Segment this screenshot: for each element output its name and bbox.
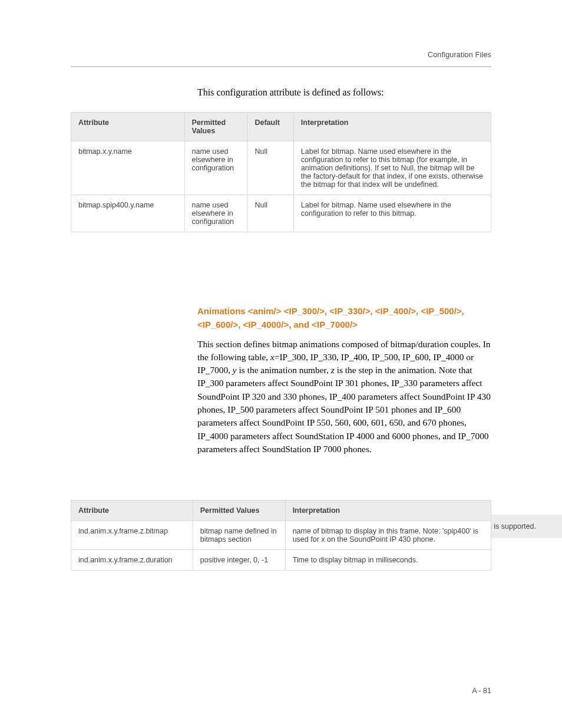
intro-text: This configuration attribute is defined … [197,85,491,99]
table2-r2c1: ind.anim.x.y.frame.z.duration [71,550,193,571]
table-row: ind.anim.x.y.frame.z.bitmap bitmap name … [71,521,491,550]
table1-r1c4: Label for bitmap. Name used elsewhere in… [293,141,491,195]
running-header: Configuration Files [428,51,491,59]
animation-attribute-table: Attribute Permitted Values Interpretatio… [71,500,491,571]
header-rule [71,66,491,67]
body-var-x: x [270,352,275,362]
table1-r1c1: bitmap.x.y.name [71,141,185,195]
table1-r2c3: Null [247,195,293,232]
table1-r2c2: name used elsewhere in configuration [184,195,247,232]
table1-r2c1: bitmap.spip400.y.name [71,195,185,232]
config-attribute-table: Attribute Permitted Values Default Inter… [71,112,491,232]
table-row: bitmap.x.y.name name used elsewhere in c… [71,141,491,195]
table2-r2c3: Time to display bitmap in milliseconds. [285,550,491,571]
body-part-4: is the animation number, [237,365,331,375]
table2-head-attribute: Attribute [71,500,193,521]
table2-r1c3: name of bitmap to display in this frame.… [285,521,491,550]
table1-head-attribute: Attribute [71,113,185,141]
table1-r1c3: Null [247,141,293,195]
table2-head-permitted: Permitted Values [193,500,285,521]
table2-r1c2: bitmap name defined in bitmaps section [193,521,285,550]
section-heading-animations: Animations <anim/> <IP_300/>, <IP_330/>,… [197,304,491,332]
table1-head-interpretation: Interpretation [293,113,491,141]
body-var-y: y [233,365,237,375]
body-part-6: is the step in the animation. Note that … [197,365,491,454]
section-body: This section defines bitmap animations c… [197,338,491,456]
table2-r1c1: ind.anim.x.y.frame.z.bitmap [71,521,193,550]
table-row: ind.anim.x.y.frame.z.duration positive i… [71,550,491,571]
table1-head-default: Default [247,113,293,141]
table2-head-interpretation: Interpretation [285,500,491,521]
page-number: A - 81 [472,687,491,695]
table2-r2c2: positive integer, 0, -1 [193,550,285,571]
table1-head-permitted: Permitted Values [184,113,247,141]
table1-r2c4: Label for bitmap. Name used elsewhere in… [293,195,491,232]
table1-r1c2: name used elsewhere in configuration [184,141,247,195]
table-row: bitmap.spip400.y.name name used elsewher… [71,195,491,232]
